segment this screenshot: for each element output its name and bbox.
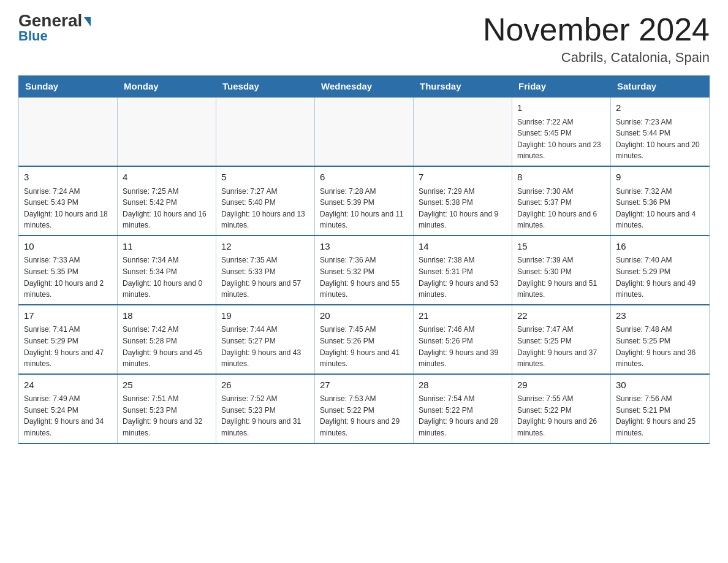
calendar-subtitle: Cabrils, Catalonia, Spain	[483, 50, 710, 66]
day-number: 6	[320, 170, 408, 185]
calendar-cell: 9Sunrise: 7:32 AMSunset: 5:36 PMDaylight…	[611, 166, 710, 236]
calendar-cell: 26Sunrise: 7:52 AMSunset: 5:23 PMDayligh…	[216, 374, 315, 443]
day-number: 4	[123, 170, 211, 185]
day-number: 24	[24, 378, 112, 393]
calendar-cell: 12Sunrise: 7:35 AMSunset: 5:33 PMDayligh…	[216, 236, 315, 305]
weekday-header-row: SundayMondayTuesdayWednesdayThursdayFrid…	[19, 76, 710, 98]
calendar-cell: 25Sunrise: 7:51 AMSunset: 5:23 PMDayligh…	[118, 374, 216, 443]
day-number: 30	[616, 378, 704, 393]
day-info: Sunrise: 7:40 AMSunset: 5:29 PMDaylight:…	[616, 255, 704, 300]
day-info: Sunrise: 7:24 AMSunset: 5:43 PMDaylight:…	[24, 186, 112, 231]
day-number: 5	[221, 170, 309, 185]
day-number: 12	[221, 240, 309, 254]
day-info: Sunrise: 7:55 AMSunset: 5:22 PMDaylight:…	[517, 393, 605, 439]
calendar-cell: 17Sunrise: 7:41 AMSunset: 5:29 PMDayligh…	[19, 305, 118, 374]
calendar-cell: 7Sunrise: 7:29 AMSunset: 5:38 PMDaylight…	[414, 166, 512, 236]
day-number: 20	[320, 309, 408, 323]
calendar-cell: 5Sunrise: 7:27 AMSunset: 5:40 PMDaylight…	[216, 166, 315, 236]
day-info: Sunrise: 7:42 AMSunset: 5:28 PMDaylight:…	[123, 324, 211, 369]
calendar-cell: 22Sunrise: 7:47 AMSunset: 5:25 PMDayligh…	[512, 305, 611, 374]
day-number: 7	[419, 170, 507, 185]
day-number: 8	[517, 170, 605, 185]
day-info: Sunrise: 7:47 AMSunset: 5:25 PMDaylight:…	[517, 324, 605, 369]
day-info: Sunrise: 7:32 AMSunset: 5:36 PMDaylight:…	[616, 186, 704, 231]
day-info: Sunrise: 7:33 AMSunset: 5:35 PMDaylight:…	[24, 255, 112, 300]
day-number: 2	[616, 101, 704, 115]
calendar-cell: 6Sunrise: 7:28 AMSunset: 5:39 PMDaylight…	[315, 166, 414, 236]
day-number: 14	[419, 240, 507, 254]
calendar-cell: 28Sunrise: 7:54 AMSunset: 5:22 PMDayligh…	[414, 374, 512, 443]
day-info: Sunrise: 7:44 AMSunset: 5:27 PMDaylight:…	[221, 324, 309, 369]
calendar-cell	[216, 97, 315, 166]
day-info: Sunrise: 7:28 AMSunset: 5:39 PMDaylight:…	[320, 186, 408, 231]
calendar-cell	[19, 97, 118, 166]
calendar-week-row: 3Sunrise: 7:24 AMSunset: 5:43 PMDaylight…	[19, 166, 710, 236]
calendar-cell: 20Sunrise: 7:45 AMSunset: 5:26 PMDayligh…	[315, 305, 414, 374]
day-info: Sunrise: 7:53 AMSunset: 5:22 PMDaylight:…	[320, 393, 408, 439]
day-number: 17	[24, 309, 112, 323]
day-number: 19	[221, 309, 309, 323]
day-number: 15	[517, 240, 605, 254]
header: General Blue November 2024 Cabrils, Cata…	[18, 12, 710, 66]
calendar-cell	[118, 97, 216, 166]
title-area: November 2024 Cabrils, Catalonia, Spain	[483, 12, 710, 66]
day-number: 28	[419, 378, 507, 393]
calendar-cell: 24Sunrise: 7:49 AMSunset: 5:24 PMDayligh…	[19, 374, 118, 443]
calendar-cell: 13Sunrise: 7:36 AMSunset: 5:32 PMDayligh…	[315, 236, 414, 305]
day-info: Sunrise: 7:34 AMSunset: 5:34 PMDaylight:…	[123, 255, 211, 300]
day-number: 11	[123, 240, 211, 254]
calendar-cell: 29Sunrise: 7:55 AMSunset: 5:22 PMDayligh…	[512, 374, 611, 443]
day-info: Sunrise: 7:29 AMSunset: 5:38 PMDaylight:…	[419, 186, 507, 231]
day-number: 21	[419, 309, 507, 323]
day-info: Sunrise: 7:52 AMSunset: 5:23 PMDaylight:…	[221, 393, 309, 439]
calendar-cell: 1Sunrise: 7:22 AMSunset: 5:45 PMDaylight…	[512, 97, 611, 166]
calendar-cell: 2Sunrise: 7:23 AMSunset: 5:44 PMDaylight…	[611, 97, 710, 166]
day-info: Sunrise: 7:39 AMSunset: 5:30 PMDaylight:…	[517, 255, 605, 300]
weekday-header: Wednesday	[315, 76, 414, 98]
day-info: Sunrise: 7:46 AMSunset: 5:26 PMDaylight:…	[419, 324, 507, 369]
day-info: Sunrise: 7:54 AMSunset: 5:22 PMDaylight:…	[419, 393, 507, 439]
calendar-cell: 19Sunrise: 7:44 AMSunset: 5:27 PMDayligh…	[216, 305, 315, 374]
logo-line2: Blue	[18, 28, 48, 44]
day-number: 3	[24, 170, 112, 185]
day-info: Sunrise: 7:22 AMSunset: 5:45 PMDaylight:…	[517, 117, 605, 162]
calendar-cell: 30Sunrise: 7:56 AMSunset: 5:21 PMDayligh…	[611, 374, 710, 443]
logo-line1: General	[18, 12, 91, 29]
day-number: 26	[221, 378, 309, 393]
calendar-week-row: 10Sunrise: 7:33 AMSunset: 5:35 PMDayligh…	[19, 236, 710, 305]
day-info: Sunrise: 7:51 AMSunset: 5:23 PMDaylight:…	[123, 393, 211, 439]
day-info: Sunrise: 7:35 AMSunset: 5:33 PMDaylight:…	[221, 255, 309, 300]
day-number: 22	[517, 309, 605, 323]
calendar-table: SundayMondayTuesdayWednesdayThursdayFrid…	[18, 75, 710, 443]
calendar-title: November 2024	[483, 12, 710, 47]
day-info: Sunrise: 7:30 AMSunset: 5:37 PMDaylight:…	[517, 186, 605, 231]
day-info: Sunrise: 7:41 AMSunset: 5:29 PMDaylight:…	[24, 324, 112, 369]
calendar-cell: 8Sunrise: 7:30 AMSunset: 5:37 PMDaylight…	[512, 166, 611, 236]
calendar-week-row: 1Sunrise: 7:22 AMSunset: 5:45 PMDaylight…	[19, 97, 710, 166]
day-number: 10	[24, 240, 112, 254]
day-number: 29	[517, 378, 605, 393]
weekday-header: Friday	[512, 76, 611, 98]
day-number: 27	[320, 378, 408, 393]
day-number: 16	[616, 240, 704, 254]
calendar-cell: 18Sunrise: 7:42 AMSunset: 5:28 PMDayligh…	[118, 305, 216, 374]
day-info: Sunrise: 7:38 AMSunset: 5:31 PMDaylight:…	[419, 255, 507, 300]
day-number: 13	[320, 240, 408, 254]
calendar-cell: 27Sunrise: 7:53 AMSunset: 5:22 PMDayligh…	[315, 374, 414, 443]
day-info: Sunrise: 7:25 AMSunset: 5:42 PMDaylight:…	[123, 186, 211, 231]
day-info: Sunrise: 7:56 AMSunset: 5:21 PMDaylight:…	[616, 393, 704, 439]
calendar-cell: 21Sunrise: 7:46 AMSunset: 5:26 PMDayligh…	[414, 305, 512, 374]
calendar-cell	[315, 97, 414, 166]
calendar-week-row: 17Sunrise: 7:41 AMSunset: 5:29 PMDayligh…	[19, 305, 710, 374]
logo: General Blue	[18, 12, 91, 44]
weekday-header: Thursday	[414, 76, 512, 98]
day-info: Sunrise: 7:36 AMSunset: 5:32 PMDaylight:…	[320, 255, 408, 300]
day-number: 23	[616, 309, 704, 323]
calendar-cell: 10Sunrise: 7:33 AMSunset: 5:35 PMDayligh…	[19, 236, 118, 305]
weekday-header: Tuesday	[216, 76, 315, 98]
calendar-cell: 3Sunrise: 7:24 AMSunset: 5:43 PMDaylight…	[19, 166, 118, 236]
day-info: Sunrise: 7:23 AMSunset: 5:44 PMDaylight:…	[616, 117, 704, 162]
calendar-cell: 23Sunrise: 7:48 AMSunset: 5:25 PMDayligh…	[611, 305, 710, 374]
calendar-cell: 11Sunrise: 7:34 AMSunset: 5:34 PMDayligh…	[118, 236, 216, 305]
weekday-header: Sunday	[19, 76, 118, 98]
